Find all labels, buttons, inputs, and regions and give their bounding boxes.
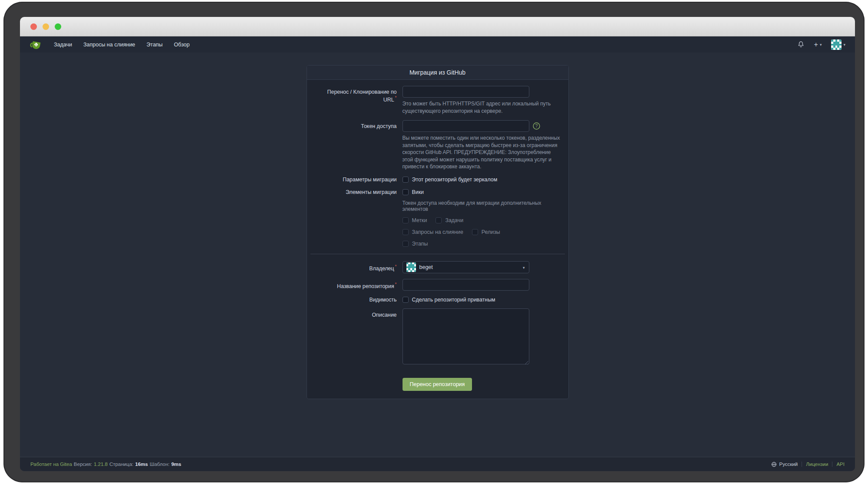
zoom-window-button[interactable] <box>55 23 61 30</box>
user-menu[interactable]: ▾ <box>831 39 845 50</box>
pull-requests-checkbox-label: Запросы на слияние <box>412 229 463 235</box>
form-body: Перенос / Клонирование по URL* Это может… <box>307 80 568 399</box>
visibility-field-row: Видимость Сделать репозиторий приватным <box>313 296 562 303</box>
clone-url-label: Перенос / Клонирование по URL* <box>313 86 397 115</box>
minimize-window-button[interactable] <box>43 23 49 30</box>
pull-requests-checkbox <box>403 229 409 235</box>
wiki-checkbox-line: Вики <box>403 189 562 196</box>
private-checkbox[interactable] <box>403 297 409 303</box>
form-title: Миграция из GitHub <box>307 66 568 80</box>
footer-separator <box>802 462 802 467</box>
required-asterisk: * <box>395 95 397 100</box>
page-time-value: 16ms <box>135 462 148 467</box>
template-time-value: 9ms <box>171 462 181 467</box>
navbar-left: Задачи Запросы на слияние Этапы Обзор <box>30 38 190 51</box>
disabled-items-row-3: Этапы <box>403 241 562 247</box>
powered-by-gitea-link[interactable]: Работает на Gitea <box>30 462 72 467</box>
access-token-field-row: Токен доступа ? <box>313 120 562 170</box>
notifications-bell-icon[interactable] <box>797 41 805 48</box>
nav-item-pull-requests[interactable]: Запросы на слияние <box>83 42 135 48</box>
issues-checkbox-label: Задачи <box>445 217 463 223</box>
navbar-right: + ▾ <box>797 39 845 50</box>
issues-checkbox <box>436 217 442 223</box>
releases-checkbox-label: Релизы <box>482 229 500 235</box>
nav-item-issues[interactable]: Задачи <box>54 42 72 48</box>
disabled-items-row-1: Метки Задачи <box>403 217 562 223</box>
api-link[interactable]: API <box>836 462 845 467</box>
migrate-repository-button[interactable]: Перенос репозитория <box>403 378 472 391</box>
access-token-label: Токен доступа <box>313 120 397 170</box>
migration-options-label: Параметры миграции <box>313 176 397 183</box>
milestones-checkbox-label: Этапы <box>412 241 428 247</box>
labels-checkbox-label: Метки <box>412 217 427 223</box>
description-control <box>403 308 562 366</box>
footer-separator <box>832 462 832 467</box>
page-content: Миграция из GitHub Перенос / Клонировани… <box>20 52 855 457</box>
repo-name-label: Название репозитория* <box>313 279 397 291</box>
nav-item-explore[interactable]: Обзор <box>174 42 190 48</box>
repo-name-field-row: Название репозитория* <box>313 279 562 291</box>
owner-selected-value: beget <box>419 264 433 270</box>
language-selector[interactable]: Русский <box>771 462 798 467</box>
mirror-checkbox[interactable] <box>403 177 409 183</box>
private-checkbox-label: Сделать репозиторий приватным <box>412 297 495 303</box>
mirror-checkbox-line: Этот репозиторий будет зеркалом <box>403 176 562 183</box>
repo-name-label-text: Название репозитория <box>337 283 394 289</box>
globe-icon <box>771 462 777 467</box>
user-avatar <box>831 39 842 50</box>
description-field-row: Описание <box>313 308 562 366</box>
owner-control: beget ▾ <box>403 261 562 273</box>
top-navbar: Задачи Запросы на слияние Этапы Обзор + <box>20 36 855 52</box>
releases-checkbox <box>472 229 478 235</box>
chevron-down-icon: ▾ <box>820 43 822 47</box>
labels-checkbox <box>403 217 409 223</box>
access-token-input[interactable] <box>403 120 529 132</box>
required-asterisk: * <box>395 282 397 287</box>
help-question-icon[interactable]: ? <box>533 122 540 130</box>
window-titlebar <box>20 17 855 36</box>
screenshot-stage: Задачи Запросы на слияние Этапы Обзор + <box>0 0 868 485</box>
page-time-label: Страница: <box>109 462 133 467</box>
clone-url-field-row: Перенос / Клонирование по URL* Это может… <box>313 86 562 115</box>
close-window-button[interactable] <box>30 23 37 30</box>
clone-url-help-text: Это может быть HTTP/HTTPS/GIT адрес или … <box>403 100 562 115</box>
milestones-checkbox <box>403 241 409 247</box>
description-textarea[interactable] <box>403 308 529 364</box>
version-label: Версия: <box>74 462 92 467</box>
mirror-checkbox-label: Этот репозиторий будет зеркалом <box>412 177 498 183</box>
repo-name-input[interactable] <box>403 279 529 291</box>
browser-window: Задачи Запросы на слияние Этапы Обзор + <box>20 17 855 471</box>
clone-url-control: Это может быть HTTP/HTTPS/GIT адрес или … <box>403 86 562 115</box>
traffic-lights <box>30 23 61 30</box>
owner-field-row: Владелец* <box>313 261 562 273</box>
create-new-menu[interactable]: + ▾ <box>814 41 822 48</box>
plus-icon: + <box>814 41 818 48</box>
migration-form: Миграция из GitHub Перенос / Клонировани… <box>307 65 569 399</box>
wiki-checkbox-label: Вики <box>412 189 424 195</box>
template-time-label: Шаблон: <box>150 462 170 467</box>
migration-items-label: Элементы миграции <box>313 189 397 196</box>
repo-name-control <box>403 279 562 291</box>
nav-item-milestones[interactable]: Этапы <box>146 42 162 48</box>
required-asterisk: * <box>395 264 397 269</box>
clone-url-input[interactable] <box>403 86 529 98</box>
gitea-logo-icon[interactable] <box>30 38 43 51</box>
migration-options-row: Параметры миграции Этот репозиторий буде… <box>313 176 562 183</box>
version-value-link[interactable]: 1.21.8 <box>94 462 108 467</box>
wiki-checkbox[interactable] <box>403 189 409 195</box>
token-required-note: Токен доступа необходим для миграции доп… <box>403 200 562 212</box>
access-token-help-text: Вы можете поместить один или несколько т… <box>403 134 562 170</box>
private-checkbox-line: Сделать репозиторий приватным <box>403 296 562 303</box>
disabled-items-row-2: Запросы на слияние Релизы <box>403 229 562 235</box>
licenses-link[interactable]: Лицензии <box>806 462 828 467</box>
chevron-down-icon: ▾ <box>523 265 525 270</box>
svg-text:?: ? <box>535 123 538 128</box>
chevron-down-icon: ▾ <box>843 43 845 47</box>
access-token-control: ? Вы можете поместить один или несколько… <box>403 120 562 170</box>
page-footer: Работает на Gitea Версия: 1.21.8 Страниц… <box>20 457 855 471</box>
device-frame: Задачи Запросы на слияние Этапы Обзор + <box>3 2 865 482</box>
language-label: Русский <box>779 462 798 467</box>
form-divider <box>310 254 565 254</box>
owner-dropdown[interactable]: beget ▾ <box>403 261 529 273</box>
migration-items-row: Элементы миграции Вики <box>313 189 562 196</box>
